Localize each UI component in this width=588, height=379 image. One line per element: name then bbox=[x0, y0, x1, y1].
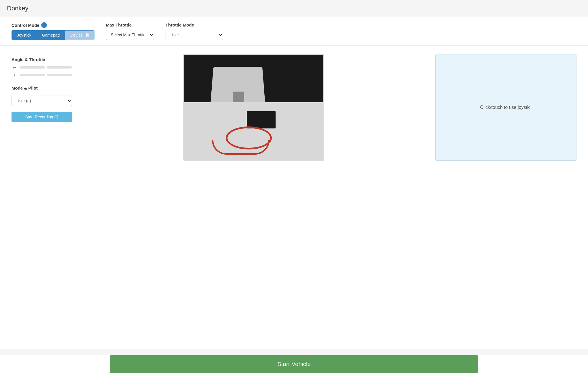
throttle-mode-label: Throttle Mode bbox=[166, 22, 223, 27]
center-panel bbox=[81, 54, 427, 340]
throttle-mode-section: Throttle Mode User Constant Ai bbox=[166, 22, 223, 40]
joystick-mode-button[interactable]: Joystick bbox=[12, 31, 37, 40]
mode-pilot-select[interactable]: User (d) Local Angle (l) Local Pilot (p) bbox=[12, 96, 72, 106]
control-mode-section: Control Mode i Joystick Gamepad Device T… bbox=[12, 22, 94, 40]
max-throttle-section: Max Throttle Select Max Throttle 0.1 0.2… bbox=[106, 22, 154, 40]
angle-slider-left[interactable] bbox=[20, 66, 45, 69]
control-mode-label: Control Mode i bbox=[12, 22, 94, 28]
main-content: Angle & Throttle ↔ ↕ Mode & Pilot bbox=[0, 46, 588, 349]
throttle-mode-select[interactable]: User Constant Ai bbox=[166, 30, 223, 40]
scene-box bbox=[247, 111, 276, 128]
horizontal-arrow-icon: ↔ bbox=[12, 65, 17, 70]
scene-cable-2 bbox=[212, 140, 270, 155]
throttle-slider-row: ↕ bbox=[12, 72, 72, 77]
mode-pilot-section: Mode & Pilot User (d) Local Angle (l) Lo… bbox=[12, 86, 72, 106]
max-throttle-select[interactable]: Select Max Throttle 0.1 0.2 0.3 0.4 0.5 … bbox=[106, 30, 154, 40]
throttle-slider-left[interactable] bbox=[20, 74, 45, 76]
start-vehicle-button[interactable]: Start Vehicle bbox=[110, 355, 478, 373]
app-title: Donkey bbox=[0, 0, 588, 17]
angle-slider-row: ↔ bbox=[12, 65, 72, 70]
bottom-bar: Start Vehicle bbox=[0, 355, 588, 379]
footer-separator bbox=[0, 349, 588, 349]
start-recording-button[interactable]: Start Recording (r) bbox=[12, 112, 72, 122]
gamepad-mode-button[interactable]: Gamepad bbox=[37, 31, 65, 40]
mode-pilot-label: Mode & Pilot bbox=[12, 86, 72, 90]
left-panel: Angle & Throttle ↔ ↕ Mode & Pilot bbox=[12, 54, 72, 340]
throttle-slider-right[interactable] bbox=[47, 74, 72, 76]
camera-scene bbox=[184, 55, 323, 160]
joystick-prompt: Click/touch to use joystic. bbox=[480, 105, 532, 110]
top-bar: Control Mode i Joystick Gamepad Device T… bbox=[0, 17, 588, 46]
joystick-area[interactable]: Click/touch to use joystic. bbox=[435, 54, 576, 161]
angle-throttle-section: Angle & Throttle ↔ ↕ bbox=[12, 57, 72, 80]
control-mode-button-group: Joystick Gamepad Device Tilt bbox=[12, 30, 94, 40]
angle-throttle-label: Angle & Throttle bbox=[12, 57, 72, 62]
max-throttle-label: Max Throttle bbox=[106, 22, 154, 27]
vertical-arrow-icon: ↕ bbox=[12, 72, 17, 77]
device-tilt-mode-button[interactable]: Device Tilt bbox=[65, 31, 94, 40]
angle-slider-right[interactable] bbox=[47, 66, 72, 69]
right-panel: Click/touch to use joystic. bbox=[435, 54, 576, 340]
info-icon[interactable]: i bbox=[41, 22, 47, 28]
camera-feed bbox=[183, 54, 324, 161]
